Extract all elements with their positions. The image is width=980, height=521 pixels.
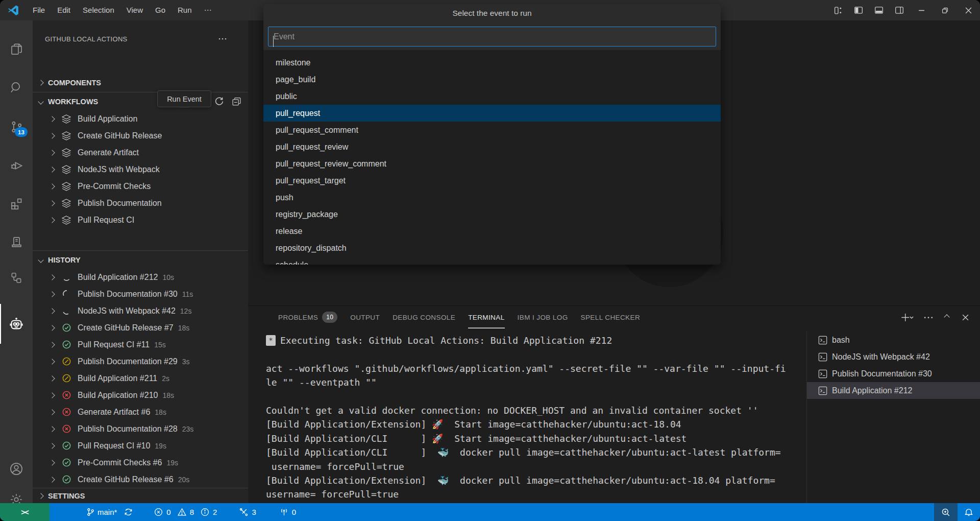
workflow-row[interactable]: Pre-Commit Checks <box>33 178 248 195</box>
new-terminal-icon[interactable] <box>900 312 916 323</box>
terminal-list-item[interactable]: NodeJS with Webpack #42 <box>807 348 980 365</box>
section-settings[interactable]: SETTINGS <box>33 488 248 504</box>
toggle-sidebar-icon[interactable] <box>848 0 869 20</box>
tab-spell-checker[interactable]: SPELL CHECKER <box>581 306 641 328</box>
branch-status-item[interactable]: main* <box>86 508 117 516</box>
menubar: File Edit Selection View Go Run ⋯ <box>27 4 218 17</box>
history-row[interactable]: Build Application #212 10s <box>33 269 248 286</box>
accounts-icon[interactable] <box>0 456 33 482</box>
history-row[interactable]: Publish Documentation #30 11s <box>33 286 248 302</box>
remote-indicator[interactable]: >< <box>0 503 50 521</box>
quickpick-list: milestone page_build public pull_request… <box>263 50 721 265</box>
run-debug-icon[interactable] <box>0 152 33 179</box>
quickpick-item[interactable]: push <box>263 189 721 206</box>
history-row[interactable]: Publish Documentation #28 23s <box>33 420 248 437</box>
tab-output[interactable]: OUTPUT <box>350 306 380 328</box>
notifications-bell-icon[interactable] <box>958 503 980 521</box>
workflow-row[interactable]: Generate Artifact <box>33 144 248 161</box>
tab-ibm-i-job-log[interactable]: IBM I JOB LOG <box>518 306 568 328</box>
zoom-status-item[interactable] <box>934 503 958 521</box>
menu-view[interactable]: View <box>120 4 149 17</box>
quickpick-item[interactable]: pull_request_target <box>263 172 721 189</box>
history-row[interactable]: Build Application #211 2s <box>33 370 248 387</box>
tab-label: PROBLEMS <box>278 314 318 321</box>
menu-overflow[interactable]: ⋯ <box>198 4 218 17</box>
refresh-icon[interactable] <box>212 94 226 108</box>
workflow-row[interactable]: Create GitHub Release <box>33 127 248 144</box>
remote-explorer-icon[interactable] <box>0 229 33 255</box>
quickpick-item[interactable]: pull_request_review <box>263 138 721 155</box>
sidebar-more-actions-icon[interactable]: ⋯ <box>215 32 230 46</box>
quickpick-item[interactable]: pull_request_comment <box>263 122 721 138</box>
quickpick-item[interactable]: page_build <box>263 71 721 88</box>
history-duration: 19s <box>155 442 166 450</box>
sync-status-item[interactable] <box>124 508 133 516</box>
history-row[interactable]: NodeJS with Webpack #42 12s <box>33 302 248 319</box>
history-row[interactable]: Pre-Commit Checks #6 19s <box>33 454 248 471</box>
workflow-label: NodeJS with Webpack <box>78 165 160 174</box>
ports-status-item[interactable]: 0 <box>280 508 296 516</box>
close-button[interactable] <box>957 0 980 20</box>
workflow-row[interactable]: Pull Request CI <box>33 211 248 228</box>
tab-debug-console[interactable]: DEBUG CONSOLE <box>393 306 455 328</box>
terminal-list-item[interactable]: Publish Documentation #30 <box>807 365 980 382</box>
menu-file[interactable]: File <box>27 4 51 17</box>
quickpick-item-selected[interactable]: pull_request <box>263 105 721 122</box>
history-row[interactable]: Create GitHub Release #6 20s <box>33 471 248 488</box>
terminal-line: [Build Application/Extension] 🐳 docker p… <box>266 473 807 487</box>
tools-icon <box>239 508 248 516</box>
terminal-icon <box>818 386 827 395</box>
source-control-icon[interactable]: 13 <box>0 113 33 140</box>
quickpick-item[interactable]: release <box>263 223 721 240</box>
extensions-icon[interactable] <box>0 190 33 217</box>
history-row[interactable]: Create GitHub Release #7 18s <box>33 319 248 336</box>
quickpick-item[interactable]: milestone <box>263 54 721 71</box>
history-duration: 11s <box>182 290 193 298</box>
explorer-icon[interactable] <box>0 36 33 62</box>
terminal-output[interactable]: * Executing task: GitHub Local Actions: … <box>266 334 807 503</box>
quickpick-item[interactable]: public <box>263 88 721 105</box>
section-history[interactable]: HISTORY <box>33 250 248 269</box>
history-row[interactable]: Generate Artifact #6 18s <box>33 404 248 420</box>
workflow-label: Generate Artifact <box>78 148 139 157</box>
panel-more-icon[interactable]: ⋯ <box>923 312 934 323</box>
workflow-row[interactable]: Build Application <box>33 110 248 127</box>
problems-status-item[interactable]: 0 8 2 <box>154 508 217 516</box>
search-icon[interactable] <box>0 74 33 101</box>
chevron-right-icon <box>49 167 55 172</box>
maximize-panel-icon[interactable] <box>941 312 952 323</box>
workflow-row[interactable]: Publish Documentation <box>33 195 248 211</box>
menu-run[interactable]: Run <box>172 4 198 17</box>
quickpick-item[interactable]: schedule <box>263 256 721 265</box>
panel-tab-bar: PROBLEMS 10 OUTPUT DEBUG CONSOLE TERMINA… <box>278 306 640 328</box>
tab-problems[interactable]: PROBLEMS 10 <box>278 306 337 328</box>
section-components[interactable]: COMPONENTS <box>33 74 248 92</box>
quickpick-item[interactable]: registry_package <box>263 206 721 223</box>
history-row[interactable]: Pull Request CI #11 15s <box>33 336 248 353</box>
hierarchy-icon[interactable] <box>0 265 33 291</box>
workflow-row[interactable]: NodeJS with Webpack <box>33 161 248 178</box>
minimize-button[interactable] <box>910 0 933 20</box>
close-panel-icon[interactable] <box>960 312 971 323</box>
quickpick-item[interactable]: repository_dispatch <box>263 240 721 256</box>
history-row[interactable]: Pull Request CI #10 19s <box>33 437 248 454</box>
tools-status-item[interactable]: 3 <box>239 508 256 516</box>
collapse-all-icon[interactable] <box>230 94 243 108</box>
check-circle-icon <box>61 458 71 468</box>
tab-terminal[interactable]: TERMINAL <box>468 306 504 328</box>
terminal-list-item-selected[interactable]: Build Application #212 <box>807 382 980 399</box>
toggle-secondary-sidebar-icon[interactable] <box>889 0 910 20</box>
history-label: Build Application #212 <box>78 273 158 282</box>
history-row[interactable]: Publish Documentation #29 3s <box>33 353 248 370</box>
history-row[interactable]: Build Application #210 18s <box>33 387 248 404</box>
customize-layout-icon[interactable] <box>828 0 848 20</box>
menu-go[interactable]: Go <box>149 4 172 17</box>
event-input[interactable] <box>268 27 716 46</box>
github-local-actions-icon[interactable] <box>0 304 33 344</box>
terminal-list-item[interactable]: bash <box>807 331 980 348</box>
toggle-panel-icon[interactable] <box>869 0 889 20</box>
quickpick-item[interactable]: pull_request_review_comment <box>263 155 721 172</box>
menu-selection[interactable]: Selection <box>77 4 120 17</box>
menu-edit[interactable]: Edit <box>51 4 77 17</box>
restore-button[interactable] <box>933 0 957 20</box>
